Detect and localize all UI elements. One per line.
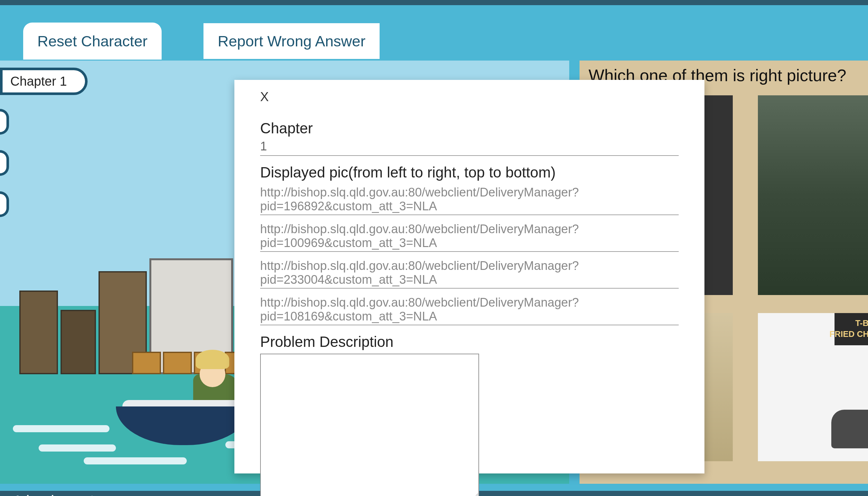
url-list: http://bishop.slq.qld.gov.au:80/webclien… <box>260 184 679 325</box>
report-wrong-answer-button[interactable]: Report Wrong Answer <box>203 22 380 60</box>
wave-icon <box>38 445 116 452</box>
wave-icon <box>84 458 187 464</box>
crate-icon <box>163 352 192 374</box>
url-item: http://bishop.slq.qld.gov.au:80/webclien… <box>260 184 679 215</box>
crate-icon <box>132 352 161 374</box>
building-icon <box>19 291 58 374</box>
wave-icon <box>13 425 109 432</box>
problem-description-label: Problem Description <box>260 333 679 351</box>
picture-option-4[interactable]: T-BONES FRIED CHICKEN <box>758 313 868 461</box>
header-bar <box>0 0 868 5</box>
tab-row: Reset Character Report Wrong Answer <box>23 22 380 60</box>
chapter-pill[interactable]: Chapter 1 <box>0 68 88 95</box>
sign-text: FRIED CHICKEN <box>830 329 868 339</box>
sign-text: T-BONES <box>855 318 868 328</box>
url-item: http://bishop.slq.qld.gov.au:80/webclien… <box>260 220 679 252</box>
character-hair-icon <box>196 350 229 369</box>
problem-description-textarea[interactable] <box>260 354 479 496</box>
reset-character-button[interactable]: Reset Character <box>23 22 162 60</box>
building-icon <box>61 310 96 374</box>
url-item: http://bishop.slq.qld.gov.au:80/webclien… <box>260 257 679 289</box>
displayed-pic-label: Displayed pic(from left to right, top to… <box>260 164 679 181</box>
picture-option-2[interactable] <box>758 95 868 295</box>
url-item: http://bishop.slq.qld.gov.au:80/webclien… <box>260 294 679 325</box>
report-modal: X Chapter Displayed pic(from left to rig… <box>234 80 705 474</box>
chapter-input[interactable] <box>260 138 679 156</box>
boat-icon <box>116 406 251 445</box>
chapter-field-label: Chapter <box>260 120 679 137</box>
close-button[interactable]: X <box>260 90 269 112</box>
